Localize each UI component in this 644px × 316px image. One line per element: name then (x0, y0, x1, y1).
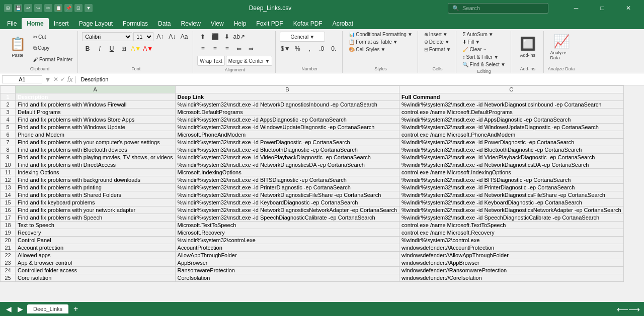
cell-styles-button[interactable]: 🎨 Cell Styles ▼ (347, 46, 387, 53)
cell-C12[interactable]: %windir%\system32\msdt.exe -id BITSDiagn… (399, 176, 624, 184)
align-middle-button[interactable]: ⬛ (209, 32, 220, 42)
cell-A7[interactable]: Find and fix problems with your computer… (16, 139, 176, 146)
cell-B11[interactable]: Microsoft.IndexingOptions (175, 169, 399, 176)
currency-button[interactable]: $▼ (280, 44, 291, 54)
font-size-select[interactable]: 11 (133, 32, 153, 41)
cell-C19[interactable]: control.exe /name Microsoft.Recovery (399, 229, 624, 237)
cell-A23[interactable]: App & browser control (16, 259, 176, 267)
wrap-text-button[interactable]: Wrap Text (197, 56, 225, 66)
cell-A2[interactable]: Find and fix problems with Windows Firew… (16, 101, 176, 109)
quick-access-format[interactable]: ⊡ (74, 4, 83, 12)
cell-C13[interactable]: %windir%\system32\msdt.exe -id PrinterDi… (399, 184, 624, 191)
cell-C14[interactable]: %windir%\system32\msdt.exe -id NetworkDi… (399, 191, 624, 199)
cell-A19[interactable]: Recovery (16, 229, 176, 237)
cell-C20[interactable]: %windir%\system32\control.exe (399, 237, 624, 244)
cell-A5[interactable]: Find and fix problems with Windows Updat… (16, 124, 176, 131)
cell-C2[interactable]: %windir%\system32\msdt.exe -id NetworkDi… (399, 101, 624, 109)
cell-A9[interactable]: Find and fix problems with playing movie… (16, 154, 176, 161)
cell-C25[interactable]: windowsdefender://CoreIsolation (399, 274, 624, 282)
italic-button[interactable]: I (94, 44, 105, 54)
cell-c1[interactable]: Full Command (399, 93, 624, 101)
tab-foxit[interactable]: Foxit PDF (251, 18, 288, 29)
cell-A10[interactable]: Find and fix problems with DirectAccess (16, 161, 176, 169)
cell-A13[interactable]: Find and fix problems with printing (16, 184, 176, 191)
percent-button[interactable]: % (292, 44, 303, 54)
cell-A16[interactable]: Find and fix problems with your network … (16, 206, 176, 214)
close-button[interactable]: ✕ (617, 0, 640, 16)
minimize-button[interactable]: ─ (565, 0, 588, 16)
title-search[interactable]: 🔍 Search (448, 3, 548, 14)
tab-formulas[interactable]: Formulas (118, 18, 153, 29)
cell-C24[interactable]: windowsdefender://RansomwareProtection (399, 267, 624, 274)
increase-decimal-button[interactable]: .0 (316, 44, 327, 54)
align-top-button[interactable]: ⬆ (197, 32, 208, 42)
tab-file[interactable]: File (2, 18, 22, 29)
find-select-button[interactable]: 🔍 Find & Select ▼ (460, 61, 507, 68)
cell-B7[interactable]: %windir%\system32\msdt.exe -id PowerDiag… (175, 139, 399, 146)
cell-C11[interactable]: control.exe /name Microsoft.IndexingOpti… (399, 169, 624, 176)
cell-B3[interactable]: Microsoft.DefaultPrograms (175, 109, 399, 116)
cell-B8[interactable]: %windir%\system32\msdt.exe -id Bluetooth… (175, 146, 399, 154)
tab-acrobat[interactable]: Acrobat (328, 18, 358, 29)
insert-cells-button[interactable]: ⊕ Insert ▼ (422, 31, 450, 38)
delete-cells-button[interactable]: ⊖ Delete ▼ (422, 39, 452, 45)
increase-font-button[interactable]: A↑ (154, 32, 166, 42)
cell-A3[interactable]: Default Programs (16, 109, 176, 116)
border-button[interactable]: ⊞ (118, 44, 129, 54)
quick-access-paste[interactable]: 📌 (64, 4, 72, 12)
fill-button[interactable]: ⬇ Fill ▼ (460, 39, 482, 45)
fill-color-button[interactable]: A▼ (130, 44, 141, 54)
maximize-button[interactable]: □ (591, 0, 614, 16)
quick-access-more[interactable]: ▼ (85, 4, 93, 12)
font-name-select[interactable]: Calibri (82, 32, 132, 41)
cell-B25[interactable]: CoreIsolation (175, 274, 399, 282)
cut-button[interactable]: ✂ Cut (31, 34, 74, 40)
cell-B17[interactable]: %windir%\system32\msdt.exe -id SpeechDia… (175, 214, 399, 222)
tab-review[interactable]: Review (176, 18, 205, 29)
cell-C9[interactable]: %windir%\system32\msdt.exe -id VideoPlay… (399, 154, 624, 161)
cell-B23[interactable]: AppBrowser (175, 259, 399, 267)
sheet-tab[interactable]: Deep_Links (27, 304, 68, 313)
underline-button[interactable]: U (106, 44, 117, 54)
font-color-button[interactable]: A▼ (142, 44, 153, 54)
cell-A4[interactable]: Find and fix problems with Windows Store… (16, 116, 176, 124)
name-box[interactable] (2, 75, 42, 83)
cell-A20[interactable]: Control Panel (16, 237, 176, 244)
cell-B19[interactable]: Microsoft.Recovery (175, 229, 399, 237)
cell-B4[interactable]: %windir%\system32\msdt.exe -id AppsDiagn… (175, 116, 399, 124)
comma-button[interactable]: , (304, 44, 315, 54)
tab-insert[interactable]: Insert (49, 18, 74, 29)
cell-b1[interactable]: Deep Link (175, 93, 399, 101)
cell-A11[interactable]: Indexing Options (16, 169, 176, 176)
cell-A18[interactable]: Text to Speech (16, 222, 176, 229)
cell-B13[interactable]: %windir%\system32\msdt.exe -id PrinterDi… (175, 184, 399, 191)
align-bottom-button[interactable]: ⬇ (221, 32, 232, 42)
addins-button[interactable]: 🔲 Add-ins (515, 31, 540, 62)
cell-C6[interactable]: control.exe /name Microsoft.PhoneAndMode… (399, 131, 624, 139)
conditional-formatting-button[interactable]: 📊 Conditional Formatting ▼ (347, 31, 415, 38)
sheet-area[interactable]: A B C 1 Description Deep Link Full Comma… (0, 85, 644, 302)
orientation-button[interactable]: ab↗ (233, 32, 245, 42)
formula-bar-cancel[interactable]: ✓ (60, 76, 65, 83)
cell-A8[interactable]: Find and fix problems with Bluetooth dev… (16, 146, 176, 154)
tab-page-layout[interactable]: Page Layout (74, 18, 118, 29)
indent-increase-button[interactable]: ⇒ (246, 44, 257, 54)
cell-B5[interactable]: %windir%\system32\msdt.exe -id WindowsUp… (175, 124, 399, 131)
col-header-b[interactable]: B (175, 86, 399, 93)
formula-bar-fx[interactable]: fx (67, 75, 73, 83)
quick-access-undo[interactable]: ↩ (24, 4, 32, 12)
tab-view[interactable]: View (206, 18, 229, 29)
cell-B12[interactable]: %windir%\system32\msdt.exe -id BITSDiagn… (175, 176, 399, 184)
cell-C5[interactable]: %windir%\system32\msdt.exe -id WindowsUp… (399, 124, 624, 131)
merge-center-button[interactable]: Merge & Center ▼ (226, 56, 273, 66)
cell-C4[interactable]: %windir%\system32\msdt.exe -id AppsDiagn… (399, 116, 624, 124)
sort-filter-button[interactable]: ↕ Sort & Filter ▼ (460, 54, 501, 60)
cell-a1[interactable]: Description (16, 93, 176, 101)
decrease-decimal-button[interactable]: 0. (328, 44, 339, 54)
col-header-a[interactable]: A (16, 86, 176, 93)
cell-C7[interactable]: %windir%\system32\msdt.exe -id PowerDiag… (399, 139, 624, 146)
next-sheet-button[interactable]: ▶ (16, 305, 25, 313)
align-right-button[interactable]: ≡ (221, 44, 232, 54)
indent-decrease-button[interactable]: ⇐ (233, 44, 245, 54)
cell-A6[interactable]: Phone and Modem (16, 131, 176, 139)
